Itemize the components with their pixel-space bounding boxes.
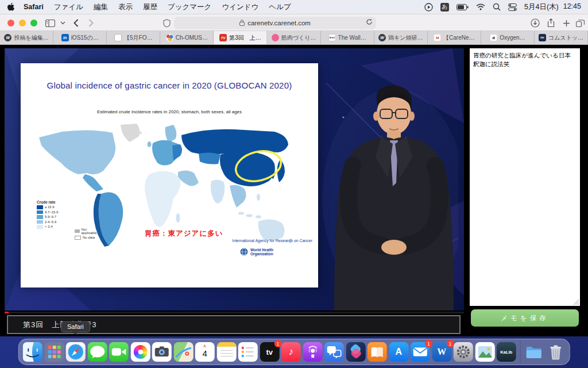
- presentation-slide: Global incidence of gastric cancer in 20…: [21, 63, 318, 288]
- tab-carene-mail[interactable]: M【CareNe…: [428, 31, 481, 44]
- dock-trash-icon[interactable]: [546, 342, 565, 362]
- browser-toolbar: carenetv.carenet.com: [0, 14, 588, 31]
- menu-bookmarks[interactable]: ブックマーク: [168, 2, 211, 12]
- lock-icon: [239, 20, 245, 26]
- tab-may-doc[interactable]: 【5月FO…: [107, 31, 160, 44]
- minimize-window-button[interactable]: [19, 20, 26, 26]
- tv-badge: 1: [274, 340, 281, 347]
- textarea-resize-handle[interactable]: [574, 300, 579, 305]
- dock-system-preferences-icon[interactable]: [454, 342, 473, 362]
- dock-reminders-icon[interactable]: [238, 342, 258, 362]
- tab-carenetv-active[interactable]: TV第3回 上…: [214, 31, 267, 44]
- dock-safari-icon[interactable]: [66, 342, 86, 362]
- m-favicon: M: [434, 34, 441, 41]
- close-window-button[interactable]: [7, 20, 14, 26]
- linkedin-favicon: in: [61, 34, 69, 41]
- dock-notes-icon[interactable]: [216, 342, 236, 362]
- dock-photos-icon[interactable]: [130, 342, 150, 362]
- tab-ch-omus[interactable]: Ch-OMUS…: [160, 31, 214, 44]
- menu-history[interactable]: 履歴: [143, 2, 157, 12]
- word-badge: 1: [446, 340, 454, 347]
- spotlight-search-icon[interactable]: [493, 3, 501, 11]
- forward-button[interactable]: [84, 17, 97, 29]
- video-seek-bar[interactable]: [5, 312, 464, 313]
- dock-music-icon[interactable]: ♪: [281, 342, 301, 362]
- address-bar[interactable]: carenetv.carenet.com: [174, 17, 376, 29]
- web-page: Global incidence of gastric cancer in 20…: [0, 45, 588, 336]
- tab-comstock[interactable]: invコムストッ…: [535, 31, 588, 44]
- dock-app-store-icon[interactable]: A: [389, 342, 408, 362]
- tab-wsj[interactable]: WSJThe Wall…: [321, 31, 374, 44]
- slide-annotation: 胃癌：東アジアに多い: [145, 229, 223, 239]
- menu-view[interactable]: 表示: [118, 2, 133, 12]
- molecule-favicon: [166, 34, 173, 41]
- dock-tv-icon[interactable]: tv 1: [260, 342, 279, 362]
- share-icon[interactable]: [544, 17, 557, 29]
- ime-input-icon[interactable]: あ: [440, 3, 449, 12]
- tab-wordpress-edit[interactable]: W投稿を編集…: [0, 31, 53, 44]
- carenetv-favicon: TV: [219, 34, 227, 41]
- tab-wordpress-2[interactable]: W鶏キン焼研…: [374, 31, 428, 44]
- dock-finder-icon[interactable]: [23, 342, 42, 362]
- dock-downloads-folder-icon[interactable]: [524, 342, 544, 362]
- dock-mail-icon[interactable]: 1: [411, 342, 430, 362]
- dock-shortcuts-icon[interactable]: [346, 342, 365, 362]
- tab-muscle[interactable]: 筋肉づくり…: [267, 31, 320, 44]
- dock-maps-icon[interactable]: [173, 342, 193, 362]
- zoom-window-button[interactable]: [30, 20, 37, 26]
- play-circle-status-icon[interactable]: [424, 3, 433, 12]
- dock-word-icon[interactable]: W 1: [432, 342, 451, 362]
- wsj-favicon: WSJ: [328, 34, 336, 41]
- tab-oxygen-amazon[interactable]: aOxygen…: [481, 31, 535, 44]
- memo-textarea[interactable]: 胃癌の研究と臨床が進んでいる日本 釈迦に説法笑: [470, 48, 580, 306]
- back-button[interactable]: [69, 17, 82, 29]
- dock-facetime-icon[interactable]: [109, 342, 129, 362]
- dock-books-icon[interactable]: [368, 342, 387, 362]
- menu-edit[interactable]: 編集: [94, 2, 108, 12]
- dock-divider: [520, 341, 520, 363]
- dock-calendar-icon[interactable]: 木 4: [195, 342, 215, 362]
- dock-kalib-icon[interactable]: KaLib: [497, 342, 516, 362]
- dock: 木 4 tv 1 ♪ A 1: [18, 339, 570, 365]
- url-text: carenetv.carenet.com: [247, 20, 311, 26]
- tab-overview-icon[interactable]: [574, 17, 586, 29]
- save-memo-button[interactable]: メモを保存: [471, 309, 579, 327]
- apple-menu-icon[interactable]: [7, 3, 14, 12]
- desktop: Safari ファイル 編集 表示 履歴 ブックマーク ウインドウ ヘルプ あ: [0, 0, 588, 368]
- wordpress-favicon: W: [4, 34, 11, 41]
- new-tab-button[interactable]: [560, 17, 572, 29]
- reload-icon[interactable]: [366, 18, 373, 26]
- sidebar-chevron-icon[interactable]: [56, 17, 69, 29]
- slide-title: Global incidence of gastric cancer in 20…: [21, 80, 318, 90]
- downloads-icon[interactable]: [529, 17, 541, 29]
- tab-bar: W投稿を編集… iniOS15の… 【5月FO… Ch-OMUS… TV第3回 …: [0, 31, 588, 45]
- mail-badge: 1: [425, 340, 432, 347]
- menu-app-name[interactable]: Safari: [24, 3, 44, 11]
- tab-ios15[interactable]: iniOS15の…: [53, 31, 107, 44]
- video-progress: [5, 312, 9, 313]
- wifi-icon[interactable]: [476, 3, 485, 10]
- safari-dock-tooltip: Safari: [61, 321, 90, 332]
- privacy-shield-icon[interactable]: [160, 17, 173, 29]
- menu-file[interactable]: ファイル: [54, 2, 83, 12]
- dock-podcasts-icon[interactable]: [303, 342, 322, 362]
- dock-translate-icon[interactable]: [324, 342, 344, 362]
- dock-messages-icon[interactable]: [87, 342, 107, 362]
- battery-icon[interactable]: [457, 4, 469, 10]
- amazon-favicon: a: [490, 34, 497, 41]
- control-center-icon[interactable]: [508, 3, 517, 11]
- video-player[interactable]: Global incidence of gastric cancer in 20…: [5, 48, 464, 310]
- dock-preview-icon[interactable]: [475, 342, 494, 362]
- who-logo-icon: [240, 248, 248, 256]
- iarc-credit: International Agency for Research on Can…: [232, 239, 312, 243]
- presenter-person: [297, 77, 458, 310]
- menu-clock[interactable]: 5月4日(木)12:45: [524, 2, 581, 12]
- sidebar-toggle-icon[interactable]: [44, 17, 56, 29]
- pink-dot-favicon: [272, 34, 279, 41]
- inv-favicon: inv: [539, 34, 546, 41]
- menu-help[interactable]: ヘルプ: [269, 2, 291, 12]
- dock-photo-booth-icon[interactable]: [152, 342, 172, 362]
- map-legend: Crude rate ≥ 15.9 9.7–15.9 5.9–9.7 2.4–5…: [37, 200, 58, 230]
- dock-launchpad-icon[interactable]: [44, 342, 64, 362]
- menu-window[interactable]: ウインドウ: [222, 2, 258, 12]
